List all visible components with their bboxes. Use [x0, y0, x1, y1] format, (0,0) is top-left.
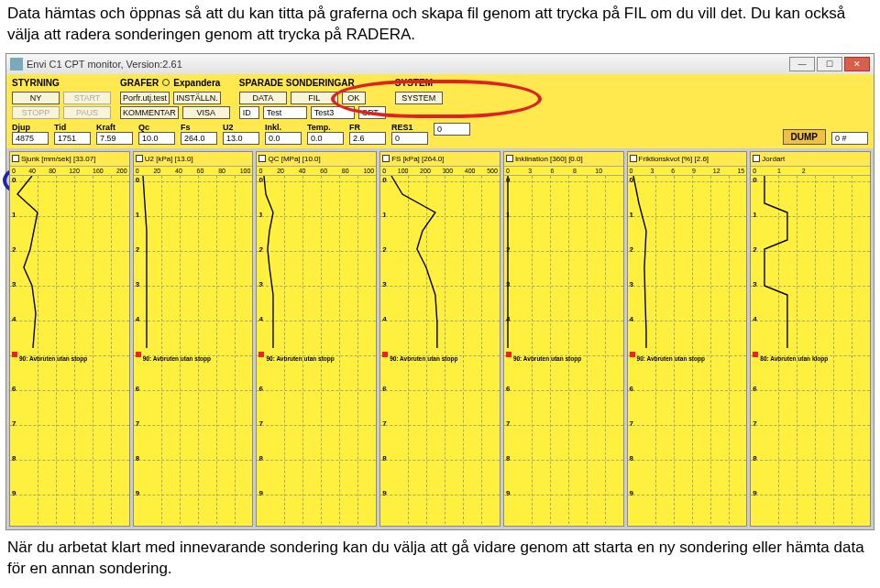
temp-label: Temp. [307, 123, 344, 132]
chart-title: Friktionskvot [%] [2.6] [639, 155, 709, 163]
expandera-label: Expandera [173, 78, 220, 88]
res2-value: 0 [434, 123, 470, 136]
inkl-label: Inkl. [265, 123, 302, 132]
fr-value: 2.6 [349, 132, 386, 145]
chart-checkbox[interactable] [136, 155, 143, 162]
visa-button[interactable]: VISA [182, 106, 230, 119]
chart-annotation: 90: Avbruten utan stopp [19, 355, 87, 362]
id2-field[interactable]: Test3 [311, 106, 355, 119]
dump-button[interactable]: DUMP [783, 129, 826, 145]
red-marker [382, 352, 388, 357]
chart-axis: 012 [751, 167, 870, 176]
chart-body: 012345678980: Avbruten utan klopp [751, 176, 870, 524]
kraft-value: 7.59 [96, 132, 133, 145]
qc-label: Qc [138, 123, 175, 132]
maximize-button[interactable]: ☐ [817, 57, 842, 71]
chart-3: FS [kPa] [264.0]010020030040050001234567… [380, 151, 500, 527]
chart-axis: 04080120160200 [10, 167, 129, 176]
fs-label: Fs [181, 123, 217, 132]
res1-label: RES1 [391, 123, 428, 132]
ny-button[interactable]: NY [12, 92, 60, 104]
toolbar: STYRNING NY START STOPP PAUS GRAFER Expa… [6, 74, 874, 121]
chart-annotation: 90: Avbruten utan stopp [390, 355, 457, 362]
expandera-radio[interactable] [162, 79, 170, 86]
tid-value: 1751 [54, 132, 91, 145]
fil-button[interactable]: FIL [291, 92, 338, 104]
chart-body: 012345678990: Avbruten utan stopp [257, 176, 376, 524]
u2-value: 13.0 [223, 132, 259, 145]
chart-checkbox[interactable] [12, 155, 19, 162]
chart-title: Sjunk [mm/sek] [33.07] [21, 155, 95, 163]
u2-label: U2 [223, 123, 259, 132]
djup-value: 4875 [12, 132, 49, 145]
tid-label: Tid [54, 123, 91, 132]
chart-1: U2 [kPa] [13.0]020406080100012345678990:… [133, 151, 254, 527]
chart-checkbox[interactable] [506, 155, 513, 162]
stopp-button[interactable]: STOPP [12, 106, 60, 119]
red-marker [12, 352, 17, 357]
chart-2: QC [MPa] [10.0]020406080100012345678990:… [256, 151, 377, 527]
chart-annotation: 90: Avbruten utan stopp [637, 355, 705, 362]
install-button[interactable]: INSTÄLLN. [173, 92, 221, 104]
chart-annotation: 90: Avbruten utan stopp [513, 355, 581, 362]
cpt-field[interactable]: CPT [358, 106, 386, 119]
djup-label: Djup [12, 123, 49, 132]
id-label: ID [239, 106, 259, 119]
data-button[interactable]: DATA [239, 92, 287, 104]
chart-6: Jordart012012345678980: Avbruten utan kl… [750, 151, 871, 527]
kraft-label: Kraft [96, 123, 133, 132]
titlebar: Envi C1 CPT monitor, Version:2.61 — ☐ ✕ [6, 54, 874, 74]
kommentar-button[interactable]: KOMMENTAR [120, 106, 179, 119]
styrning-label: STYRNING [12, 78, 111, 88]
red-marker [506, 352, 512, 357]
close-button[interactable]: ✕ [844, 57, 870, 71]
chart-body: 012345678990: Avbruten utan stopp [380, 176, 500, 524]
minimize-button[interactable]: — [789, 57, 815, 71]
fr-label: FR [349, 123, 386, 132]
qc-value: 10.0 [138, 132, 175, 145]
red-marker [258, 352, 264, 357]
chart-axis: 020406080100 [257, 167, 376, 176]
chart-title: U2 [kPa] [13.0] [145, 155, 193, 163]
window-title: Envi C1 CPT monitor, Version:2.61 [27, 59, 182, 70]
chart-checkbox[interactable] [753, 155, 760, 162]
chart-checkbox[interactable] [258, 155, 266, 162]
temp-value: 0.0 [307, 132, 344, 145]
sparade-label: SPARADE SONDERINGAR [239, 78, 386, 88]
start-button[interactable]: START [63, 92, 111, 104]
portr-button[interactable]: Porfr.utj.test [120, 92, 170, 104]
red-marker [136, 352, 141, 357]
chart-axis: 020406080100 [134, 167, 253, 176]
grafer-label: GRAFER Expandera [120, 78, 230, 88]
doc-text-bottom: När du arbetat klart med innevarande son… [0, 534, 880, 583]
chart-axis: 0100200300400500 [380, 167, 500, 176]
chart-body: 012345678990: Avbruten utan stopp [628, 176, 747, 524]
paus-button[interactable]: PAUS [63, 106, 111, 119]
dump-count: 0 # [831, 132, 868, 145]
chart-body: 012345678990: Avbruten utan stopp [10, 176, 129, 524]
fs-value: 264.0 [181, 132, 217, 145]
chart-axis: 036810 [504, 167, 623, 176]
chart-title: QC [MPa] [10.0] [268, 155, 320, 163]
readout-row: Djup4875 Tid1751 Kraft7.59 Qc10.0 Fs264.… [6, 121, 874, 148]
red-marker [753, 352, 758, 357]
chart-4: Inklination [360] [0.0]03681001234567899… [503, 151, 624, 527]
chart-annotation: 90: Avbruten utan stopp [143, 355, 211, 362]
chart-checkbox[interactable] [382, 155, 390, 162]
system-label: SYSTEM [395, 78, 443, 88]
chart-annotation: 90: Avbruten utan stopp [266, 355, 334, 362]
inkl-value: 0.0 [265, 132, 302, 145]
app-window: Envi C1 CPT monitor, Version:2.61 — ☐ ✕ … [6, 53, 874, 530]
chart-title: FS [kPa] [264.0] [391, 155, 444, 163]
system-button[interactable]: SYSTEM [395, 92, 443, 104]
ok-button[interactable]: OK [342, 92, 366, 104]
chart-0: Sjunk [mm/sek] [33.07]040801201602000123… [9, 151, 130, 527]
app-icon [10, 58, 23, 71]
chart-axis: 03691215 [628, 167, 747, 176]
red-marker [630, 352, 635, 357]
chart-title: Jordart [762, 155, 785, 163]
id-field[interactable]: Test [263, 106, 307, 119]
chart-5: Friktionskvot [%] [2.6]03691215012345678… [627, 151, 748, 527]
chart-checkbox[interactable] [630, 155, 637, 162]
chart-title: Inklination [360] [0.0] [515, 155, 583, 163]
